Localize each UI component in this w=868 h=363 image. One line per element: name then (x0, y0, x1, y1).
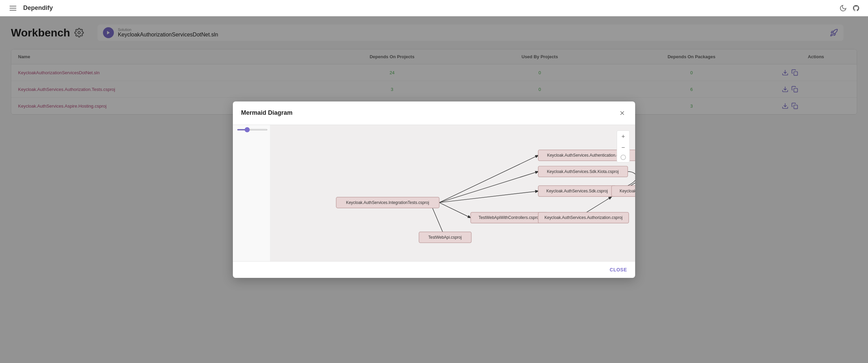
node-integration-label: Keycloak.AuthServices.IntegrationTests.c… (346, 200, 429, 205)
app-brand: Dependify (23, 4, 53, 12)
github-icon[interactable] (852, 4, 860, 12)
node-common-label: Keycloak.AuthServices.Common.csproj (620, 189, 635, 193)
node-sdk-label: Keycloak.AuthServices.Sdk.csproj (546, 189, 608, 193)
moon-icon[interactable] (839, 4, 847, 12)
zoom-out-button[interactable]: − (618, 143, 628, 153)
navbar-left: Dependify (8, 4, 53, 12)
node-testwebapi-ctrl-label: TestWebApiWithControllers.csproj (479, 215, 540, 220)
diagram-svg: Keycloak.AuthServices.Authentication.csp… (270, 125, 635, 261)
zoom-controls: + − (617, 130, 630, 162)
zoom-reset-circle[interactable] (620, 155, 626, 160)
navbar-icons (839, 4, 860, 12)
close-button[interactable]: CLOSE (610, 267, 627, 272)
modal-title: Mermaid Diagram (241, 109, 293, 116)
node-sdk-kiota-label: Keycloak.AuthServices.Sdk.Kiota.csproj (547, 169, 619, 174)
node-auth-label: Keycloak.AuthServices.Authentication.csp… (547, 153, 627, 158)
modal-dialog: Mermaid Diagram (233, 101, 635, 278)
navbar: Dependify (0, 0, 868, 16)
diagram-area: Keycloak.AuthServices.Authentication.csp… (270, 125, 635, 261)
zoom-in-button[interactable]: + (618, 132, 628, 142)
hamburger-menu[interactable] (8, 4, 18, 12)
modal-overlay: Mermaid Diagram (0, 16, 868, 363)
modal-footer: CLOSE (233, 261, 635, 278)
slider-panel (233, 125, 270, 261)
modal-close-button[interactable] (617, 108, 627, 118)
modal-body: Keycloak.AuthServices.Authentication.csp… (233, 125, 635, 261)
modal-header: Mermaid Diagram (233, 101, 635, 125)
main-content: Workbench Solution KeycloakAuthorization… (0, 16, 868, 363)
node-authorization-label: Keycloak.AuthServices.Authorization.cspr… (544, 215, 623, 220)
node-testwebapi-label: TestWebApi.csproj (428, 235, 462, 240)
zoom-slider[interactable] (237, 129, 268, 130)
